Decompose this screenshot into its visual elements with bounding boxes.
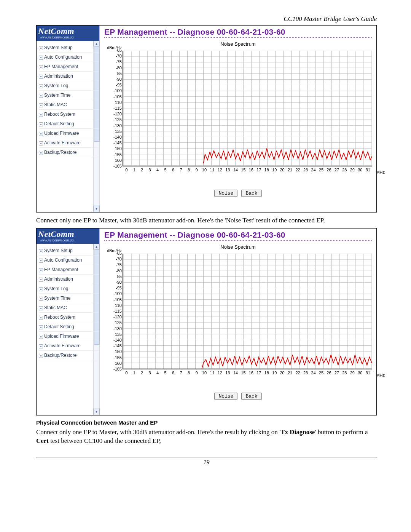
sidebar-item[interactable]: System Log [39,81,99,91]
sidebar-item[interactable]: EP Management [39,265,99,275]
x-tick: 6 [169,371,177,377]
sidebar-item[interactable]: System Time [39,294,99,303]
document-header: CC100 Master Bridge User's Guide [36,15,377,23]
scroll-down-icon[interactable]: ▾ [93,206,100,212]
brand-url: www.netcomm.com.au [37,238,99,242]
chart-title: Noise Spectrum [104,41,372,47]
x-tick: 6 [169,168,177,174]
x-tick: 4 [154,371,161,377]
nav-list: System SetupAuto ConfigurationEP Managem… [37,246,99,360]
x-unit: MHz [376,170,385,174]
x-tick: 23 [302,371,309,377]
x-tick: 25 [317,371,325,377]
x-tick: 1 [130,168,138,174]
y-tick: -120 [104,315,122,319]
sidebar: NetComm www.netcomm.com.au ▴ ▾ System Se… [37,26,100,212]
y-tick: -105 [104,94,122,99]
sidebar-item[interactable]: Default Setting [39,119,99,129]
x-tick: 28 [341,168,348,174]
sidebar-item[interactable]: Default Setting [39,322,99,332]
x-tick: 26 [325,371,333,377]
x-tick: 5 [161,168,169,174]
x-tick: 16 [247,371,255,377]
x-tick: 30 [356,371,364,377]
x-tick: 2 [138,371,146,377]
sidebar-item[interactable]: System Time [39,91,99,100]
sidebar-item[interactable]: Auto Configuration [39,53,99,62]
sidebar-item[interactable]: Auto Configuration [39,256,99,265]
sidebar-item[interactable]: System Setup [39,43,99,53]
main-panel: EP Management -- Diagnose 00-60-64-21-03… [100,26,376,212]
screenshot-1: NetComm www.netcomm.com.au ▴ ▾ System Se… [36,25,377,212]
sidebar-item[interactable]: Static MAC [39,303,99,313]
x-tick: 3 [146,371,153,377]
nav-list: System SetupAuto ConfigurationEP Managem… [37,43,99,157]
y-tick: -65 [104,48,122,53]
title-underline [104,37,372,38]
sidebar-item[interactable]: Activate Firmware [39,138,99,148]
sidebar-item[interactable]: System Setup [39,246,99,256]
sidebar-item[interactable]: Upload Firmware [39,129,99,138]
sidebar-item[interactable]: Upload Firmware [39,332,99,341]
sidebar-item[interactable]: Activate Firmware [39,341,99,351]
scroll-down-icon[interactable]: ▾ [93,409,100,415]
y-tick: -140 [104,135,122,139]
x-tick: 27 [333,168,341,174]
y-tick: -70 [104,54,122,58]
caption-2d: Cert [36,437,49,444]
noise-button[interactable]: Noise [214,393,237,400]
y-tick: -115 [104,309,122,313]
x-tick: 27 [333,371,341,377]
caption-1-text: Connect only one EP to Master, with 30dB… [36,217,325,224]
x-tick: 8 [185,371,193,377]
x-tick: 7 [177,168,185,174]
sidebar-item[interactable]: Reboot System [39,110,99,119]
y-tick: -80 [104,66,122,70]
sidebar-item[interactable]: Backup/Restore [39,351,99,360]
back-button[interactable]: Back [241,190,261,197]
y-tick: -105 [104,297,122,302]
y-tick: -140 [104,338,122,342]
y-tick: -100 [104,88,122,93]
caption-2a: Connect only one EP to Master, with 30dB… [36,428,280,436]
x-tick: 21 [286,371,294,377]
sidebar-item[interactable]: Administration [39,275,99,284]
x-tick: 29 [349,371,356,377]
back-button[interactable]: Back [241,393,261,400]
x-tick: 29 [349,168,356,174]
y-tick: -90 [104,280,122,284]
sidebar-item[interactable]: Backup/Restore [39,148,99,157]
x-tick: 22 [294,371,301,377]
x-tick: 21 [286,168,294,174]
sidebar-item[interactable]: System Log [39,284,99,294]
x-tick: 17 [255,371,263,377]
x-tick: 24 [309,168,317,174]
y-tick: -150 [104,349,122,354]
x-tick: 9 [193,168,200,174]
y-tick: -85 [104,71,122,76]
sidebar-item[interactable]: Static MAC [39,100,99,110]
sidebar-item[interactable]: EP Management [39,62,99,72]
y-tick: -95 [104,286,122,290]
caption-2e: test between CC100 and the connected EP, [49,437,161,444]
x-tick: 14 [232,168,239,174]
noise-button[interactable]: Noise [214,190,237,197]
x-tick: 31 [364,168,372,174]
footer-rule [36,457,377,457]
x-tick: 15 [239,168,247,174]
x-tick: 12 [216,371,224,377]
sidebar-item[interactable]: Reboot System [39,313,99,322]
brand-logo: NetComm www.netcomm.com.au [37,26,99,41]
caption-2: Connect only one EP to Master, with 30dB… [36,428,377,446]
noise-chart-2: dBm/Hz 012345678910111213141516171819202… [123,254,372,376]
x-tick: 10 [201,371,208,377]
y-tick: -125 [104,320,122,325]
x-tick: 25 [317,168,325,174]
sidebar-item[interactable]: Administration [39,72,99,81]
y-tick: -115 [104,106,122,110]
title-underline [104,240,372,241]
y-tick: -130 [104,326,122,331]
main-panel: EP Management -- Diagnose 00-60-64-21-03… [100,228,376,415]
x-tick: 0 [123,371,130,377]
chart-title: Noise Spectrum [104,244,372,250]
